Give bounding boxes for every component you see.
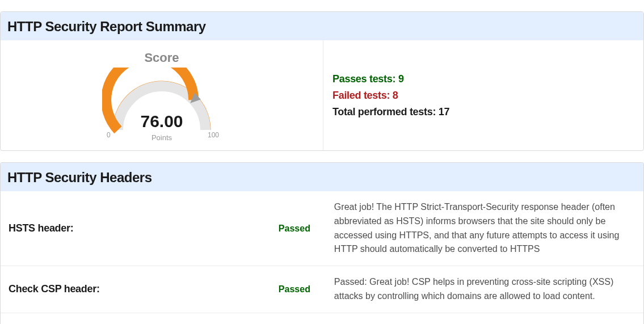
score-value: 76.00 (140, 112, 183, 131)
headers-title: HTTP Security Headers (1, 163, 643, 191)
headers-panel: HTTP Security Headers HSTS header:Passed… (0, 162, 644, 324)
score-title: Score (6, 51, 317, 65)
summary-body: Score 76.00 Points 0 100 (1, 40, 643, 150)
score-unit: Points (151, 133, 172, 142)
test-description: Well done! This header protects against … (326, 313, 643, 324)
table-row: HSTS header:PassedGreat job! The HTTP St… (1, 191, 643, 266)
score-min-label: 0 (107, 131, 111, 139)
table-row: Check CSP header:PassedPassed: Great job… (1, 266, 643, 313)
test-description: Great job! The HTTP Strict-Transport-Sec… (326, 191, 643, 266)
total-count: Total performed tests: 17 (332, 106, 643, 118)
test-name: X-Frame-Options: (1, 313, 271, 324)
table-row: X-Frame-Options:PassedWell done! This he… (1, 313, 643, 324)
score-max-label: 100 (208, 131, 219, 139)
test-status: Passed (271, 191, 326, 266)
summary-panel: HTTP Security Report Summary Score (0, 11, 644, 151)
test-status: Passed (271, 266, 326, 313)
failed-count: Failed tests: 8 (332, 90, 643, 102)
score-section: Score 76.00 Points 0 100 (1, 40, 323, 150)
test-description: Passed: Great job! CSP helps in preventi… (326, 266, 643, 313)
test-status: Passed (271, 313, 326, 324)
score-gauge: 76.00 Points 0 100 (102, 68, 221, 141)
stats-section: Passes tests: 9 Failed tests: 8 Total pe… (323, 40, 643, 150)
headers-table: HSTS header:PassedGreat job! The HTTP St… (1, 191, 643, 324)
test-name: Check CSP header: (1, 266, 271, 313)
test-name: HSTS header: (1, 191, 271, 266)
summary-title: HTTP Security Report Summary (1, 12, 643, 40)
passes-count: Passes tests: 9 (332, 73, 643, 85)
